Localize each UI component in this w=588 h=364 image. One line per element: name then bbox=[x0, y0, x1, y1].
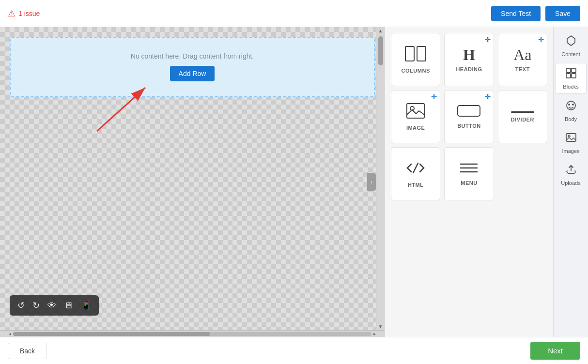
svg-rect-18 bbox=[566, 134, 576, 141]
content-icon bbox=[565, 35, 577, 49]
send-test-button[interactable]: Send Test bbox=[491, 6, 541, 21]
svg-rect-13 bbox=[566, 74, 571, 78]
right-panel: COLUMNS ✛ H HEADING ✛ Aa TEXT ✛ bbox=[385, 27, 588, 337]
block-divider-label: DIVIDER bbox=[511, 117, 534, 122]
images-icon bbox=[565, 132, 577, 146]
text-icon: Aa bbox=[513, 47, 531, 62]
block-columns[interactable]: COLUMNS bbox=[391, 33, 440, 86]
issue-count: 1 issue bbox=[18, 10, 40, 17]
svg-rect-14 bbox=[572, 74, 576, 78]
columns-icon bbox=[405, 46, 426, 64]
mobile-button[interactable]: 📱 bbox=[78, 299, 93, 312]
preview-button[interactable]: 👁 bbox=[46, 300, 58, 312]
button-add-icon: ✛ bbox=[485, 93, 491, 100]
block-heading-label: HEADING bbox=[456, 66, 482, 72]
scroll-up-arrow[interactable]: ▲ bbox=[377, 27, 384, 34]
header-left: ⚠ 1 issue bbox=[8, 8, 40, 19]
image-add-icon: ✛ bbox=[431, 93, 437, 100]
sidebar-item-blocks[interactable]: Blocks bbox=[556, 63, 587, 94]
svg-rect-11 bbox=[566, 68, 571, 73]
sidebar-item-body[interactable]: Body bbox=[556, 96, 587, 126]
svg-rect-1 bbox=[405, 46, 414, 61]
add-row-button[interactable]: Add Row bbox=[170, 66, 215, 81]
block-menu[interactable]: MENU bbox=[444, 147, 494, 200]
sidebar-images-label: Images bbox=[562, 148, 579, 154]
hscroll-track bbox=[13, 332, 371, 336]
hscroll-right-arrow[interactable]: ▸ bbox=[373, 331, 376, 336]
svg-rect-2 bbox=[417, 46, 426, 61]
svg-point-16 bbox=[568, 104, 570, 106]
back-button[interactable]: Back bbox=[8, 343, 47, 359]
image-icon bbox=[406, 103, 425, 121]
blocks-grid: COLUMNS ✛ H HEADING ✛ Aa TEXT ✛ bbox=[385, 27, 553, 337]
bottom-toolbar: ↺ ↻ 👁 🖥 📱 bbox=[10, 295, 99, 316]
body-icon bbox=[565, 100, 577, 114]
scroll-thumb[interactable] bbox=[378, 36, 383, 65]
block-image-label: IMAGE bbox=[406, 125, 425, 131]
svg-line-6 bbox=[413, 163, 418, 173]
side-icons-panel: Content Blocks bbox=[553, 27, 588, 337]
block-button-label: BUTTON bbox=[457, 123, 481, 129]
hscroll-left-arrow[interactable]: ◂ bbox=[9, 331, 11, 336]
svg-point-19 bbox=[568, 135, 570, 137]
redo-button[interactable]: ↻ bbox=[31, 299, 42, 312]
block-divider[interactable]: DIVIDER bbox=[498, 90, 547, 143]
blocks-icon bbox=[565, 67, 577, 82]
drop-zone-text: No content here. Drag content from right… bbox=[131, 52, 254, 60]
sidebar-blocks-label: Blocks bbox=[563, 84, 578, 90]
block-text-label: TEXT bbox=[515, 66, 530, 72]
header-right: Send Test Save bbox=[491, 6, 580, 21]
uploads-icon bbox=[565, 164, 577, 178]
canvas-area: No content here. Drag content from right… bbox=[0, 27, 385, 337]
sidebar-item-images[interactable]: Images bbox=[556, 128, 587, 158]
svg-rect-12 bbox=[572, 68, 576, 73]
svg-rect-3 bbox=[407, 104, 424, 118]
footer: Back Next bbox=[0, 337, 588, 364]
sidebar-uploads-label: Uploads bbox=[561, 180, 580, 186]
svg-rect-5 bbox=[458, 106, 480, 116]
block-text[interactable]: ✛ Aa TEXT bbox=[498, 33, 547, 86]
desktop-button[interactable]: 🖥 bbox=[62, 300, 75, 312]
canvas-scroll-wrapper: No content here. Drag content from right… bbox=[0, 27, 385, 330]
heading-add-icon: ✛ bbox=[485, 36, 491, 43]
block-menu-label: MENU bbox=[461, 180, 477, 186]
horizontal-scrollbar[interactable]: ◂ ▸ bbox=[0, 330, 385, 337]
undo-button[interactable]: ↺ bbox=[15, 299, 27, 312]
sidebar-item-content[interactable]: Content bbox=[556, 31, 587, 61]
html-icon bbox=[406, 160, 425, 178]
sidebar-body-label: Body bbox=[565, 116, 577, 122]
issue-icon: ⚠ bbox=[8, 8, 15, 19]
block-image[interactable]: ✛ IMAGE bbox=[391, 90, 440, 143]
block-button[interactable]: ✛ BUTTON bbox=[444, 90, 494, 143]
block-columns-label: COLUMNS bbox=[402, 68, 430, 74]
block-html[interactable]: HTML bbox=[391, 147, 440, 200]
hscroll-thumb[interactable] bbox=[13, 332, 210, 336]
next-button[interactable]: Next bbox=[530, 342, 580, 360]
sidebar-content-label: Content bbox=[561, 51, 580, 57]
menu-icon bbox=[460, 162, 478, 176]
svg-marker-10 bbox=[567, 36, 575, 46]
block-html-label: HTML bbox=[408, 182, 424, 188]
heading-icon: H bbox=[463, 47, 475, 62]
block-heading[interactable]: ✛ H HEADING bbox=[444, 33, 494, 86]
divider-icon bbox=[511, 111, 534, 113]
drop-zone: No content here. Drag content from right… bbox=[10, 37, 375, 97]
header: ⚠ 1 issue Send Test Save bbox=[0, 0, 588, 27]
button-icon bbox=[457, 105, 480, 119]
vertical-scrollbar[interactable]: ▲ ▼ bbox=[376, 27, 385, 330]
text-add-icon: ✛ bbox=[538, 36, 544, 43]
sidebar-item-uploads[interactable]: Uploads bbox=[556, 160, 587, 190]
main: No content here. Drag content from right… bbox=[0, 27, 588, 337]
svg-point-17 bbox=[572, 104, 574, 106]
scroll-down-arrow[interactable]: ▼ bbox=[377, 323, 384, 330]
save-button[interactable]: Save bbox=[545, 6, 580, 21]
panel-collapse-toggle[interactable]: › bbox=[367, 173, 376, 191]
